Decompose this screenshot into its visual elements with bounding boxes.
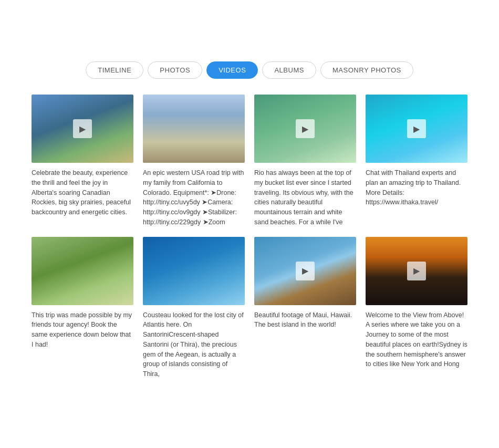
card-8: ▶Welcome to the View from Above! A serie…: [366, 237, 467, 379]
card-desc-4: Chat with Thailand experts and plan an a…: [366, 168, 467, 207]
card-thumbnail-7[interactable]: ▶: [254, 237, 356, 305]
tab-timeline[interactable]: TIMELINE: [86, 61, 143, 79]
tab-masonry[interactable]: MASONRY PHOTOS: [320, 61, 413, 79]
tab-photos[interactable]: PHOTOS: [148, 61, 202, 79]
page-title: [32, 21, 467, 45]
play-icon[interactable]: ▶: [296, 262, 315, 280]
card-thumbnail-2[interactable]: [143, 95, 245, 163]
tab-videos[interactable]: VIDEOS: [206, 61, 258, 79]
card-thumbnail-3[interactable]: ▶: [254, 95, 356, 163]
card-thumbnail-4[interactable]: ▶: [366, 95, 467, 163]
card-desc-6: Cousteau looked for the lost city of Atl…: [143, 310, 245, 379]
card-thumbnail-5[interactable]: [32, 237, 133, 305]
play-icon[interactable]: ▶: [407, 262, 426, 280]
card-desc-3: Rio has always been at the top of my buc…: [254, 168, 356, 227]
play-icon[interactable]: ▶: [296, 119, 315, 138]
card-desc-1: Celebrate the beauty, experience the thr…: [32, 168, 133, 217]
tab-albums[interactable]: ALBUMS: [262, 61, 316, 79]
tabs-row: TIMELINEPHOTOSVIDEOSALBUMSMASONRY PHOTOS: [32, 61, 467, 79]
card-desc-7: Beautiful footage of Maui, Hawaii. The b…: [254, 310, 356, 330]
card-thumbnail-1[interactable]: ▶: [32, 95, 133, 163]
card-desc-2: An epic western USA road trip with my fa…: [143, 168, 245, 227]
card-3: ▶Rio has always been at the top of my bu…: [254, 95, 356, 227]
card-1: ▶Celebrate the beauty, experience the th…: [32, 95, 133, 227]
card-7: ▶Beautiful footage of Maui, Hawaii. The …: [254, 237, 356, 379]
play-icon[interactable]: ▶: [73, 119, 92, 138]
card-6: Cousteau looked for the lost city of Atl…: [143, 237, 245, 379]
video-grid: ▶Celebrate the beauty, experience the th…: [32, 95, 467, 379]
card-desc-8: Welcome to the View from Above! A series…: [366, 310, 467, 370]
card-thumbnail-8[interactable]: ▶: [366, 237, 467, 305]
play-icon[interactable]: ▶: [407, 119, 426, 138]
card-desc-5: This trip was made possible by my friend…: [32, 310, 133, 350]
card-5: This trip was made possible by my friend…: [32, 237, 133, 379]
card-2: An epic western USA road trip with my fa…: [143, 95, 245, 227]
card-thumbnail-6[interactable]: [143, 237, 245, 305]
card-4: ▶Chat with Thailand experts and plan an …: [366, 95, 467, 227]
